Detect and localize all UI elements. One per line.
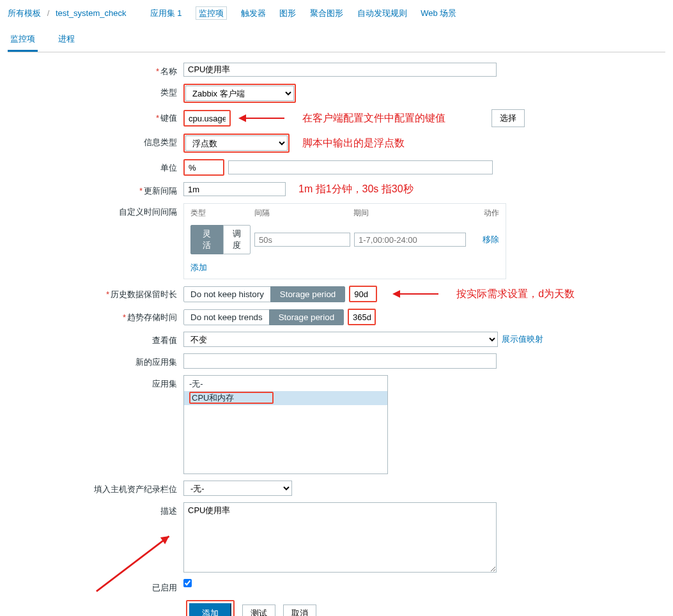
- label-key: 键值: [160, 113, 177, 123]
- unit-input-tail[interactable]: [228, 160, 493, 174]
- label-name: 名称: [160, 66, 177, 76]
- test-button[interactable]: 测试: [242, 604, 275, 616]
- add-button[interactable]: 添加: [189, 603, 231, 616]
- interval-add-link[interactable]: 添加: [190, 263, 207, 272]
- tab-apps[interactable]: 应用集 1: [150, 8, 182, 18]
- tab-screens[interactable]: 聚合图形: [310, 8, 343, 18]
- tab-triggers[interactable]: 触发器: [241, 8, 266, 18]
- trends-storage-button[interactable]: Storage period: [269, 309, 344, 325]
- list-item-none[interactable]: -无-: [184, 377, 387, 391]
- label-trends: 趋势存储时间: [127, 312, 177, 322]
- interval-sched-button[interactable]: 调度: [223, 225, 251, 254]
- no-trends-button[interactable]: Do not keep trends: [183, 309, 270, 325]
- interval-hdr-type: 类型: [190, 208, 254, 219]
- custom-interval-block: 类型 间隔 期间 动作 灵活 调度 移除 添加: [183, 203, 506, 279]
- label-new-app: 新的应用集: [135, 357, 177, 367]
- interval-hdr-action: 动作: [474, 208, 499, 219]
- tab-graphs[interactable]: 图形: [279, 8, 296, 18]
- type-select[interactable]: Zabbix 客户端: [185, 86, 294, 101]
- label-inventory: 填入主机资产纪录栏位: [94, 484, 177, 494]
- subtab-item[interactable]: 监控项: [8, 28, 38, 52]
- show-value-select[interactable]: 不变: [183, 332, 498, 347]
- unit-input[interactable]: [185, 160, 223, 174]
- annotation-info-type: 脚本中输出的是浮点数: [302, 137, 405, 150]
- label-enabled: 已启用: [152, 583, 177, 592]
- top-tabs: 应用集 1 监控项 触发器 图形 聚合图形 自动发现规则 Web 场景: [150, 8, 468, 19]
- tab-discovery[interactable]: 自动发现规则: [357, 8, 407, 18]
- arrow-icon: [394, 293, 438, 295]
- annotation-interval: 1m 指1分钟，30s 指30秒: [298, 183, 414, 196]
- label-description: 描述: [160, 506, 177, 516]
- tab-items[interactable]: 监控项: [196, 6, 227, 20]
- label-apps: 应用集: [152, 379, 177, 389]
- sub-tabs: 监控项 进程: [8, 28, 665, 52]
- interval-value-input[interactable]: [254, 233, 350, 247]
- subtab-process[interactable]: 进程: [56, 28, 77, 50]
- show-value-mapping-link[interactable]: 展示值映射: [502, 334, 543, 345]
- select-key-button[interactable]: 选择: [491, 109, 525, 127]
- cancel-button[interactable]: 取消: [283, 604, 316, 616]
- interval-hdr-period: 期间: [353, 208, 474, 219]
- history-value-input[interactable]: [350, 287, 376, 301]
- label-history: 历史数据保留时长: [111, 289, 177, 299]
- inventory-select[interactable]: -无-: [183, 481, 292, 496]
- interval-remove-link[interactable]: 移除: [483, 235, 499, 244]
- breadcrumb: 所有模板 / test_system_check 应用集 1 监控项 触发器 图…: [8, 5, 665, 24]
- trends-value-input[interactable]: [349, 310, 375, 324]
- info-type-select[interactable]: 浮点数: [185, 135, 288, 151]
- interval-hdr-interval: 间隔: [254, 208, 353, 219]
- label-custom-interval: 自定义时间间隔: [119, 207, 177, 217]
- tab-web[interactable]: Web 场景: [421, 8, 456, 18]
- breadcrumb-all-templates[interactable]: 所有模板: [8, 8, 41, 18]
- no-history-button[interactable]: Do not keep history: [183, 286, 271, 302]
- label-info-type: 信息类型: [144, 137, 177, 147]
- key-input[interactable]: [185, 111, 229, 125]
- label-update-interval: 更新间隔: [144, 186, 177, 196]
- interval-flex-button[interactable]: 灵活: [190, 225, 224, 254]
- update-interval-input[interactable]: [183, 182, 286, 196]
- history-storage-button[interactable]: Storage period: [270, 286, 345, 302]
- name-input[interactable]: [183, 63, 497, 77]
- annotation-storage: 按实际需求设置，d为天数: [456, 288, 575, 301]
- new-app-input[interactable]: [183, 353, 497, 369]
- label-type: 类型: [160, 88, 177, 97]
- app-listbox[interactable]: -无- CPU和内存: [183, 375, 388, 474]
- interval-period-input[interactable]: [354, 233, 466, 247]
- arrow-icon: [240, 118, 284, 119]
- breadcrumb-template[interactable]: test_system_check: [56, 8, 127, 18]
- list-item-cpu-mem[interactable]: CPU和内存: [184, 391, 387, 405]
- annotation-key: 在客户端配置文件中配置的键值: [302, 112, 445, 125]
- description-textarea[interactable]: CPU使用率: [183, 502, 497, 573]
- label-show-value: 查看值: [152, 335, 177, 345]
- enabled-checkbox[interactable]: [183, 579, 192, 587]
- label-unit: 单位: [160, 163, 177, 173]
